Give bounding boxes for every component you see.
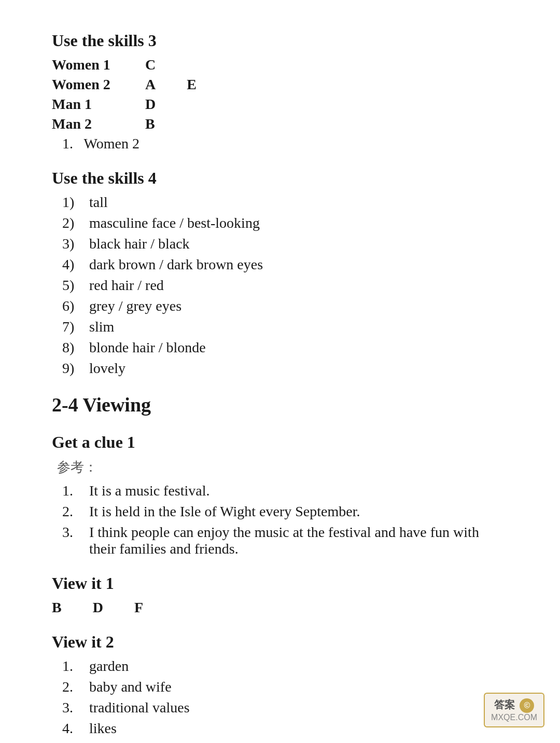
2-4-viewing-section: 2-4 Viewing	[52, 393, 508, 416]
list-item: 5)red hair / red	[62, 277, 508, 294]
list-item: 3)black hair / black	[62, 236, 508, 252]
view-it-1-d: D	[93, 599, 103, 616]
women2-label: Women 2	[52, 76, 114, 93]
man2-label: Man 2	[52, 116, 114, 132]
list-item: 8)blonde hair / blonde	[62, 339, 508, 356]
view-it-1-b: B	[52, 599, 62, 616]
list-item: 3.traditional values	[62, 699, 508, 716]
list-item: 2.baby and wife	[62, 679, 508, 695]
2-4-viewing-title: 2-4 Viewing	[52, 393, 508, 416]
view-it-1-title: View it 1	[52, 574, 508, 593]
get-a-clue-1-list: 1.It is a music festival. 2.It is held i…	[62, 483, 508, 557]
list-item: 1.It is a music festival.	[62, 483, 508, 499]
man2-value: B	[145, 116, 155, 132]
view-it-1-f: F	[134, 599, 143, 616]
man2-row: Man 2 B	[52, 116, 508, 132]
women1-label: Women 1	[52, 57, 114, 73]
watermark-line1: 答案 ©	[491, 698, 537, 713]
view-it-1-section: View it 1 B D F	[52, 574, 508, 616]
list-item: 7)slim	[62, 319, 508, 335]
women2-value1: A	[145, 76, 156, 93]
man1-label: Man 1	[52, 96, 114, 113]
list-item: 2.It is held in the Isle of Wight every …	[62, 503, 508, 520]
view-it-2-title: View it 2	[52, 632, 508, 652]
use-the-skills-4-title: Use the skills 4	[52, 169, 508, 188]
use-the-skills-4-section: Use the skills 4 1)tall 2)masculine face…	[52, 169, 508, 377]
skills4-list: 1)tall 2)masculine face / best-looking 3…	[62, 194, 508, 377]
reference-note: 参考：	[57, 458, 508, 476]
man1-value: D	[145, 96, 156, 113]
list-item: 4.likes	[62, 720, 508, 737]
view-it-1-answers: B D F	[52, 599, 508, 616]
women2-value2: E	[187, 76, 197, 93]
view-it-2-section: View it 2 1.garden 2.baby and wife 3.tra…	[52, 632, 508, 737]
use-the-skills-3-section: Use the skills 3 Women 1 C Women 2 A E M…	[52, 31, 508, 152]
women1-row: Women 1 C	[52, 57, 508, 73]
skills3-note: 1. Women 2	[62, 135, 508, 152]
view-it-2-list: 1.garden 2.baby and wife 3.traditional v…	[62, 658, 508, 737]
list-item: 3.I think people can enjoy the music at …	[62, 524, 508, 557]
watermark-line2: MXQE.COM	[491, 713, 537, 722]
list-item: 2)masculine face / best-looking	[62, 215, 508, 231]
list-item: 6)grey / grey eyes	[62, 298, 508, 314]
list-item: 4)dark brown / dark brown eyes	[62, 256, 508, 273]
get-a-clue-1-section: Get a clue 1 参考： 1.It is a music festiva…	[52, 433, 508, 557]
women2-row: Women 2 A E	[52, 76, 508, 93]
women1-value: C	[145, 57, 156, 73]
list-item: 1)tall	[62, 194, 508, 211]
watermark-icon: ©	[520, 698, 534, 713]
watermark: 答案 © MXQE.COM	[484, 693, 544, 727]
list-item: 1.garden	[62, 658, 508, 675]
use-the-skills-3-title: Use the skills 3	[52, 31, 508, 50]
get-a-clue-1-title: Get a clue 1	[52, 433, 508, 452]
list-item: 9)lovely	[62, 360, 508, 377]
man1-row: Man 1 D	[52, 96, 508, 113]
